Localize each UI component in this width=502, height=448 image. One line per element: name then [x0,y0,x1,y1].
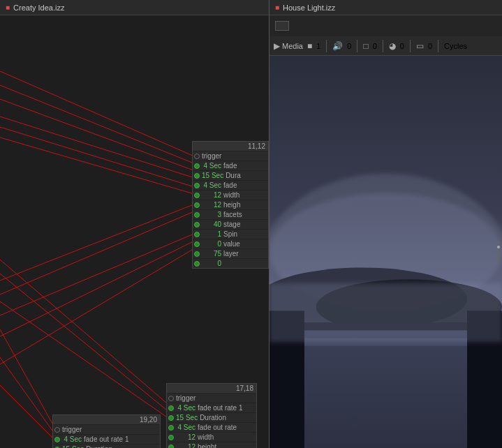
left-window-title: ■ Creaty Idea.izz [0,0,269,15]
dot-green [194,222,200,227]
node-header-1718: 17,18 [167,384,256,393]
scroll-dot [497,251,500,253]
toolbar-sep3 [383,40,383,52]
node-header-1920: 19,20 [53,415,160,424]
preview-area [270,56,502,448]
right-title-icon: ■ [275,3,279,11]
node-row: 15 Sec Duration [53,444,160,448]
node-row: 4 Sec fade out rate 1 [53,434,160,444]
node-panel-1718: 17,18 trigger 4 Sec fade out rate 1 15 S… [166,383,257,448]
dot-green [168,445,174,449]
node-row: 12 width [167,432,256,442]
dot-green [194,261,200,267]
dot-green [194,163,200,169]
toolbar-value4: 0 [400,42,404,50]
dot-trigger [54,427,60,433]
node-row: 4 Sec fade out rate 1 [167,403,256,412]
top-strip [270,15,502,36]
dot-green [194,202,200,208]
dot-green [168,415,174,421]
node-row: 1 Spin [193,229,268,239]
node-row: trigger [167,393,256,403]
toolbar-sep2 [357,40,357,52]
node-row: 12 width [193,190,268,200]
node-row: 4 Sec fade [193,160,268,170]
dot-green [194,173,200,179]
node-row: 75 layer [193,248,268,258]
node-row: 15 Sec Dura [193,170,268,180]
node-row: 4 Sec fade [193,180,268,190]
node-header-1112: 11,12 [193,142,268,151]
dot-green [168,405,174,411]
scroll-dot [497,260,500,263]
toolbar-value1: 1 [316,42,320,50]
scroll-dot [497,255,500,258]
node-row: 3 facets [193,209,268,219]
right-window-title: ■ House Light.izz [269,0,502,15]
node-row: 0 value [193,239,268,248]
color-wheel-icon: ◕ [389,41,396,51]
node-row: 15 Sec Duration [167,412,256,422]
node-row: 40 stage [193,219,268,229]
toolbar: ▶ Media ■ 1 🔊 0 □ 0 ◕ 0 ▭ 0 Cycles [270,36,502,56]
landscape-svg [270,56,502,448]
left-title-text: Creaty Idea.izz [13,3,64,12]
media-icon: ▶ [274,41,280,51]
layers-icon: ▭ [416,41,424,51]
dot-green [54,437,60,442]
left-panel: 11,12 trigger 4 Sec fade 15 Sec Dura 4 S… [0,15,269,448]
dot-green [194,193,200,198]
node-row: 12 height [167,442,256,448]
dot-green [194,183,200,188]
media-label: Media [282,42,303,50]
node-row: 0 [193,258,268,268]
scroll-dot [497,241,500,244]
left-title-icon: ■ [6,3,10,11]
cycles-label: Cycles [444,42,467,50]
node-row: trigger [53,424,160,434]
volume-icon: 🔊 [332,41,343,51]
node-row: 4 Sec fade out rate [167,422,256,432]
right-panel: ▶ Media ■ 1 🔊 0 □ 0 ◕ 0 ▭ 0 Cycles [269,15,502,448]
color-swatch [275,21,289,31]
dot-green [194,212,200,218]
node-panel-1112: 11,12 trigger 4 Sec fade 15 Sec Dura 4 S… [192,141,269,269]
node-row: trigger [193,151,268,160]
node-panel-1920: 19,20 trigger 4 Sec fade out rate 1 15 S… [52,415,161,448]
dot-green [168,435,174,440]
toolbar-value2: 0 [347,42,351,50]
title-bar-row: ■ Creaty Idea.izz ■ House Light.izz [0,0,502,15]
node-row: 12 heigh [193,200,268,209]
dot-green [194,241,200,247]
toolbar-value5: 0 [428,42,432,50]
right-title-text: House Light.izz [283,3,335,12]
main-content: 11,12 trigger 4 Sec fade 15 Sec Dura 4 S… [0,15,502,448]
dot-green [194,251,200,257]
grid-icon: ■ [307,41,312,51]
toolbar-sep4 [410,40,411,52]
dot-trigger [168,396,174,401]
display-icon: □ [363,41,368,51]
dot-trigger [194,154,200,159]
dot-green [194,232,200,237]
toolbar-sep5 [438,40,438,52]
dot-green [168,425,174,431]
media-control: ▶ Media [274,41,303,51]
toolbar-value3: 0 [373,42,377,50]
svg-rect-17 [270,283,502,342]
scroll-dot-active [497,246,500,248]
scroll-dots [497,241,500,263]
toolbar-sep1 [326,40,327,52]
